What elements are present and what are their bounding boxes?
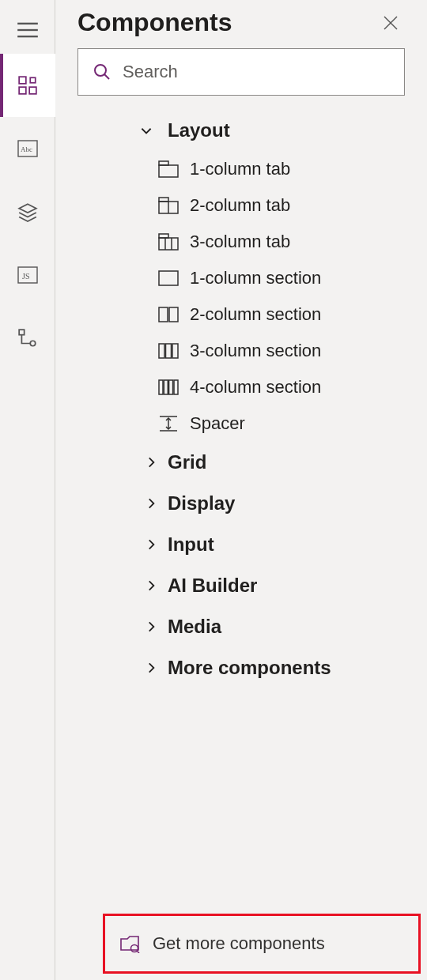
chevron-right-icon [144, 579, 158, 593]
item-label: 3-column tab [190, 232, 290, 252]
svg-rect-4 [19, 87, 26, 94]
one-column-tab-icon [158, 160, 179, 178]
svg-line-38 [137, 951, 139, 953]
footer-label: Get more components [153, 933, 325, 954]
get-more-components-button[interactable]: Get more components [105, 916, 418, 971]
search-box[interactable] [77, 48, 405, 96]
group-label: Media [168, 616, 221, 638]
svg-text:JS: JS [22, 272, 29, 281]
item-label: 3-column section [190, 341, 321, 361]
spacer-icon [158, 415, 179, 432]
item-label: 1-column section [190, 268, 321, 288]
three-column-section-icon [158, 342, 179, 360]
rail-components-button[interactable] [0, 54, 55, 117]
chevron-right-icon [144, 661, 158, 675]
group-label: More components [168, 657, 331, 679]
item-2-column-section[interactable]: 2-column section [63, 296, 419, 333]
item-3-column-section[interactable]: 3-column section [63, 333, 419, 369]
item-label: Spacer [190, 413, 245, 434]
get-more-components-highlight: Get more components [103, 914, 421, 974]
svg-point-16 [95, 65, 106, 76]
group-label: Layout [168, 119, 230, 141]
two-column-section-icon [158, 306, 179, 323]
svg-rect-18 [159, 165, 178, 177]
svg-rect-29 [172, 344, 178, 358]
search-input[interactable] [123, 62, 390, 82]
three-column-tab-icon [158, 233, 179, 251]
component-tree: Layout 1-column tab 2-column tab [55, 107, 427, 914]
svg-rect-25 [159, 307, 168, 322]
group-label: Display [168, 492, 235, 514]
svg-rect-21 [159, 238, 178, 250]
panel-title: Components [77, 8, 232, 37]
chevron-down-icon [139, 123, 153, 138]
item-2-column-tab[interactable]: 2-column tab [63, 187, 419, 224]
item-label: 4-column section [190, 377, 321, 398]
group-input[interactable]: Input [63, 524, 419, 565]
svg-marker-9 [19, 204, 36, 213]
chevron-right-icon [144, 496, 158, 511]
item-1-column-tab[interactable]: 1-column tab [63, 151, 419, 187]
svg-rect-28 [166, 344, 172, 358]
item-label: 1-column tab [190, 159, 290, 179]
one-column-section-icon [158, 270, 179, 287]
svg-rect-6 [30, 77, 36, 83]
svg-text:Abc: Abc [21, 145, 32, 153]
group-label: Grid [168, 451, 206, 473]
search-icon [93, 62, 111, 81]
hamburger-menu-button[interactable] [0, 6, 55, 54]
folder-add-icon [119, 934, 140, 953]
group-display[interactable]: Display [63, 483, 419, 524]
item-label: 2-column tab [190, 195, 290, 216]
rail-abc-button[interactable]: Abc [0, 117, 55, 180]
chevron-right-icon [144, 537, 158, 552]
two-column-tab-icon [158, 197, 179, 214]
svg-rect-5 [29, 87, 36, 94]
chevron-right-icon [144, 620, 158, 634]
svg-rect-30 [159, 380, 163, 394]
item-1-column-section[interactable]: 1-column section [63, 260, 419, 296]
item-label: 2-column section [190, 304, 321, 325]
svg-rect-26 [169, 307, 178, 322]
close-panel-button[interactable] [376, 9, 405, 37]
svg-point-13 [30, 341, 36, 346]
svg-rect-3 [19, 77, 26, 84]
left-rail: Abc JS [0, 0, 55, 980]
rail-layers-button[interactable] [0, 180, 55, 243]
rail-flow-button[interactable] [0, 307, 55, 370]
item-4-column-section[interactable]: 4-column section [63, 369, 419, 405]
group-more-components[interactable]: More components [63, 647, 419, 688]
svg-rect-33 [174, 380, 178, 394]
svg-line-17 [104, 74, 109, 79]
group-media[interactable]: Media [63, 606, 419, 647]
svg-rect-24 [159, 271, 178, 285]
group-label: Input [168, 533, 214, 556]
group-layout[interactable]: Layout [63, 110, 419, 151]
item-spacer[interactable]: Spacer [63, 405, 419, 442]
svg-rect-12 [19, 330, 25, 335]
group-label: AI Builder [168, 575, 257, 597]
group-grid[interactable]: Grid [63, 442, 419, 483]
svg-rect-31 [164, 380, 168, 394]
close-icon [383, 15, 399, 31]
svg-rect-27 [159, 344, 164, 358]
svg-rect-32 [169, 380, 173, 394]
item-3-column-tab[interactable]: 3-column tab [63, 224, 419, 260]
four-column-section-icon [158, 379, 179, 396]
svg-point-37 [131, 945, 138, 952]
chevron-right-icon [144, 455, 158, 469]
rail-js-button[interactable]: JS [0, 243, 55, 307]
components-panel: Components Layout [55, 0, 427, 980]
group-aibuilder[interactable]: AI Builder [63, 565, 419, 606]
